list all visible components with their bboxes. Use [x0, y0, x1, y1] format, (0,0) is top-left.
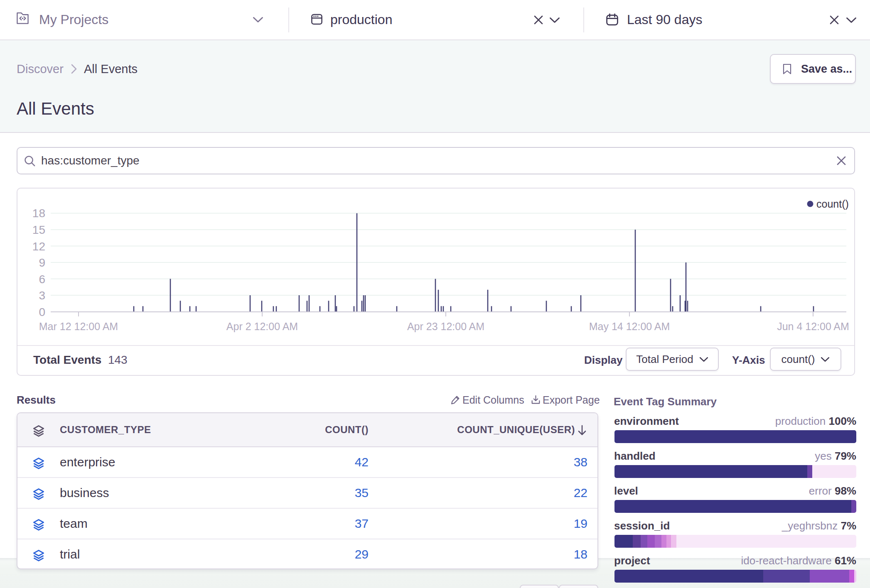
svg-text:9: 9 [39, 256, 45, 269]
svg-text:Apr 2 12:00 AM: Apr 2 12:00 AM [226, 321, 298, 332]
svg-text:Mar 12 12:00 AM: Mar 12 12:00 AM [39, 321, 118, 332]
svg-text:12: 12 [32, 240, 45, 253]
svg-text:15: 15 [32, 223, 45, 236]
svg-text:3: 3 [39, 289, 45, 302]
svg-text:count(): count() [816, 198, 849, 210]
svg-text:6: 6 [39, 273, 45, 286]
svg-text:May 14 12:00 AM: May 14 12:00 AM [589, 321, 670, 332]
svg-text:Apr 23 12:00 AM: Apr 23 12:00 AM [407, 321, 484, 332]
svg-text:18: 18 [32, 207, 45, 220]
svg-text:Jun 4 12:00 AM: Jun 4 12:00 AM [777, 321, 849, 332]
svg-text:0: 0 [39, 306, 45, 318]
